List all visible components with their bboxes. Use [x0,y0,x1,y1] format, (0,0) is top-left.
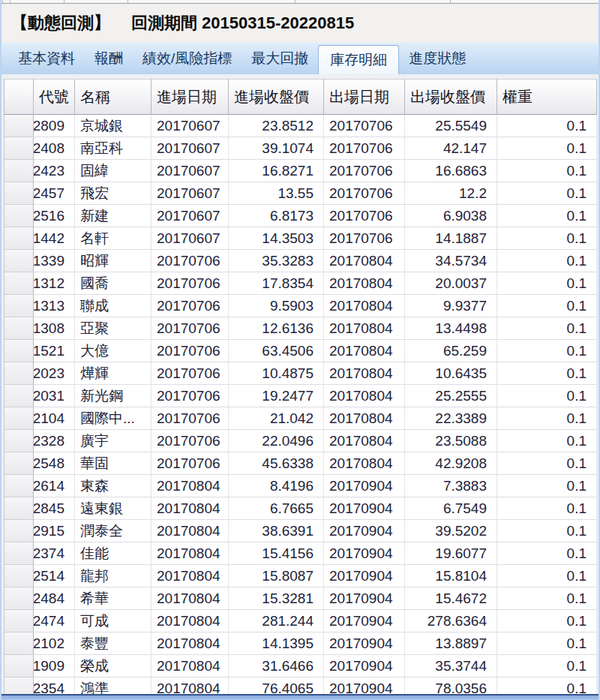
cell-exit-close[interactable]: 19.6077 [405,542,497,565]
table-row[interactable]: 2328廣宇2017070622.04962017080423.50880.1 [4,430,597,452]
cell-name[interactable]: 泰豐 [75,632,152,655]
row-header-cell[interactable] [4,587,34,610]
cell-exit-close[interactable]: 13.8897 [405,632,497,655]
cell-exit-close[interactable]: 10.6435 [405,362,497,385]
cell-weight[interactable]: 0.1 [497,340,597,362]
cell-exit-close[interactable]: 25.2555 [405,385,497,407]
cell-entry-date[interactable]: 20170706 [152,385,229,407]
table-row[interactable]: 1909榮成2017080431.64662017090435.37440.1 [4,655,597,677]
cell-entry-close[interactable]: 6.7665 [229,497,324,520]
cell-entry-date[interactable]: 20170804 [152,587,229,610]
cell-entry-date[interactable]: 20170706 [152,295,229,317]
cell-entry-date[interactable]: 20170706 [152,362,229,385]
cell-entry-close[interactable]: 15.8087 [229,565,324,587]
row-header-cell[interactable] [4,475,34,497]
cell-name[interactable]: 京城銀 [75,115,152,137]
cell-code[interactable]: 2328 [34,430,75,452]
cell-exit-date[interactable]: 20170904 [324,542,405,565]
table-row[interactable]: 2548華固2017070645.63382017080442.92080.1 [4,452,597,475]
cell-exit-close[interactable]: 6.9038 [405,205,497,227]
column-header-exit-close[interactable]: 出場收盤價 [405,79,497,115]
table-row[interactable]: 1308亞聚2017070612.61362017080413.44980.1 [4,317,597,340]
table-row[interactable]: 2516新建201706076.8173201707066.90380.1 [4,205,597,227]
cell-exit-close[interactable]: 14.1887 [405,227,497,250]
cell-exit-close[interactable]: 39.5202 [405,520,497,542]
cell-code[interactable]: 2915 [34,520,75,542]
cell-weight[interactable]: 0.1 [497,430,597,452]
row-header-cell[interactable] [4,250,34,272]
cell-entry-close[interactable]: 35.3283 [229,250,324,272]
cell-exit-date[interactable]: 20170804 [324,407,405,430]
column-header-weight[interactable]: 權重 [497,79,597,115]
cell-entry-date[interactable]: 20170607 [152,115,229,137]
cell-entry-close[interactable]: 39.1074 [229,137,324,160]
cell-code[interactable]: 2023 [34,362,75,385]
cell-exit-close[interactable]: 9.9377 [405,295,497,317]
cell-entry-date[interactable]: 20170804 [152,475,229,497]
cell-code[interactable]: 2516 [34,205,75,227]
table-row[interactable]: 2474可成20170804281.24420170904278.63640.1 [4,610,597,632]
cell-exit-date[interactable]: 20170804 [324,340,405,362]
cell-exit-date[interactable]: 20170804 [324,272,405,295]
cell-code[interactable]: 2354 [34,677,75,694]
row-header-cell[interactable] [4,160,34,182]
cell-weight[interactable]: 0.1 [497,610,597,632]
cell-entry-date[interactable]: 20170706 [152,317,229,340]
row-header-cell[interactable] [4,340,34,362]
row-header-cell[interactable] [4,677,34,694]
cell-name[interactable]: 華固 [75,452,152,475]
cell-name[interactable]: 國喬 [75,272,152,295]
cell-entry-date[interactable]: 20170804 [152,542,229,565]
cell-exit-close[interactable]: 16.6863 [405,160,497,182]
cell-weight[interactable]: 0.1 [497,317,597,340]
cell-exit-close[interactable]: 42.9208 [405,452,497,475]
table-row[interactable]: 2484希華2017080415.32812017090415.46720.1 [4,587,597,610]
cell-exit-close[interactable]: 35.3744 [405,655,497,677]
table-row[interactable]: 2023燁輝2017070610.48752017080410.64350.1 [4,362,597,385]
tab-inventory-detail[interactable]: 庫存明細 [318,45,399,74]
cell-entry-close[interactable]: 13.55 [229,182,324,205]
cell-exit-close[interactable]: 12.2 [405,182,497,205]
cell-weight[interactable]: 0.1 [497,227,597,250]
cell-exit-date[interactable]: 20170804 [324,430,405,452]
cell-name[interactable]: 昭輝 [75,250,152,272]
cell-name[interactable]: 大億 [75,340,152,362]
cell-exit-date[interactable]: 20170804 [324,452,405,475]
cell-entry-close[interactable]: 10.4875 [229,362,324,385]
cell-entry-date[interactable]: 20170706 [152,272,229,295]
table-row[interactable]: 2809京城銀2017060723.85122017070625.55490.1 [4,115,597,137]
cell-entry-date[interactable]: 20170607 [152,227,229,250]
row-header-cell[interactable] [4,362,34,385]
cell-entry-close[interactable]: 19.2477 [229,385,324,407]
cell-weight[interactable]: 0.1 [497,182,597,205]
cell-entry-date[interactable]: 20170706 [152,430,229,452]
row-header-cell[interactable] [4,407,34,430]
cell-entry-date[interactable]: 20170804 [152,565,229,587]
cell-exit-date[interactable]: 20170904 [324,520,405,542]
cell-code[interactable]: 2408 [34,137,75,160]
row-header-cell[interactable] [4,452,34,475]
cell-exit-date[interactable]: 20170904 [324,587,405,610]
cell-code[interactable]: 2845 [34,497,75,520]
cell-entry-date[interactable]: 20170804 [152,520,229,542]
cell-name[interactable]: 國際中... [75,407,152,430]
cell-exit-close[interactable]: 78.0356 [405,677,497,694]
cell-exit-date[interactable]: 20170804 [324,362,405,385]
cell-code[interactable]: 1312 [34,272,75,295]
cell-name[interactable]: 鴻準 [75,677,152,694]
cell-exit-close[interactable]: 34.5734 [405,250,497,272]
cell-exit-date[interactable]: 20170804 [324,295,405,317]
cell-name[interactable]: 固緯 [75,160,152,182]
cell-entry-date[interactable]: 20170706 [152,340,229,362]
cell-exit-date[interactable]: 20170904 [324,632,405,655]
row-header-cell[interactable] [4,632,34,655]
cell-exit-date[interactable]: 20170706 [324,137,405,160]
cell-entry-date[interactable]: 20170804 [152,610,229,632]
table-row[interactable]: 1521大億2017070663.45062017080465.2590.1 [4,340,597,362]
cell-exit-close[interactable]: 65.259 [405,340,497,362]
cell-entry-close[interactable]: 17.8354 [229,272,324,295]
tab-max-drawdown[interactable]: 最大回撤 [242,43,318,74]
cell-name[interactable]: 新建 [75,205,152,227]
cell-weight[interactable]: 0.1 [497,160,597,182]
cell-exit-date[interactable]: 20170904 [324,497,405,520]
